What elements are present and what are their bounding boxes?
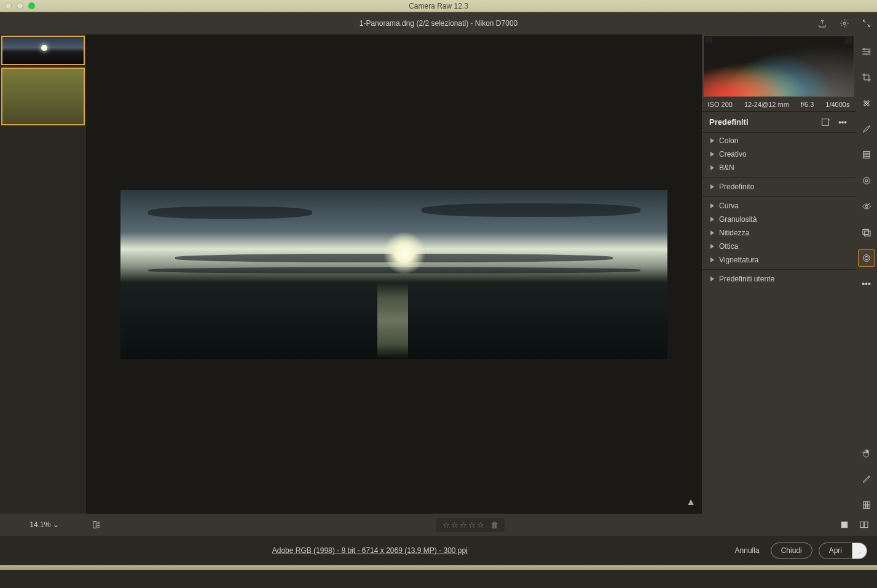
panel-title: Predefiniti [709, 117, 749, 127]
presets-tool-icon[interactable] [858, 249, 875, 267]
star-icon[interactable]: ☆ [468, 520, 476, 530]
svg-point-2 [863, 49, 865, 50]
settings-icon[interactable] [839, 18, 850, 29]
open-button[interactable]: Apri [819, 543, 852, 559]
heal-tool-icon[interactable] [858, 95, 875, 112]
shadow-clip-icon[interactable] [705, 37, 712, 44]
svg-rect-16 [93, 522, 96, 528]
grid-tool-icon[interactable] [858, 496, 875, 514]
exif-aperture: f/6.3 [801, 101, 814, 108]
preset-group-vignettatura[interactable]: Vignettatura [702, 253, 855, 267]
star-icon[interactable]: ☆ [451, 520, 458, 530]
preset-group-creativo[interactable]: Creativo [702, 147, 855, 161]
svg-rect-6 [863, 100, 869, 106]
histogram[interactable] [703, 36, 854, 97]
star-icon[interactable]: ☆ [442, 520, 450, 530]
disclosure-triangle-icon [710, 165, 714, 170]
panel-menu-icon[interactable]: ••• [837, 117, 848, 128]
preset-group-nitidezza[interactable]: Nitidezza [702, 226, 855, 240]
preset-group-granulosita[interactable]: Granulosità [702, 213, 855, 226]
svg-rect-15 [863, 502, 870, 509]
zoom-dropdown[interactable]: 14.1% ⌄ [5, 520, 84, 529]
rating-stars[interactable]: ☆ ☆ ☆ ☆ ☆ 🗑 [436, 518, 505, 532]
fullscreen-icon[interactable] [861, 18, 872, 29]
image-canvas[interactable]: ▲ [86, 34, 702, 514]
exif-bar: ISO 200 12-24@12 mm f/6.3 1/4000s [702, 97, 855, 112]
close-button[interactable]: Chiudi [771, 543, 812, 559]
highlight-clip-icon[interactable] [845, 37, 852, 44]
disclosure-triangle-icon [710, 244, 714, 249]
snapshot-tool-icon[interactable] [858, 224, 875, 241]
svg-rect-19 [865, 522, 868, 527]
star-icon[interactable]: ☆ [477, 520, 484, 530]
disclosure-triangle-icon [710, 257, 714, 262]
adjustments-panel: ISO 200 12-24@12 mm f/6.3 1/4000s Predef… [702, 34, 855, 514]
thumbnail-2[interactable] [1, 68, 85, 125]
svg-rect-5 [863, 100, 869, 106]
disclosure-triangle-icon [710, 217, 714, 222]
preset-list: Colori Creativo B&N Predefinito Curva Gr… [702, 133, 855, 287]
crop-tool-icon[interactable] [858, 69, 875, 86]
more-tools-icon[interactable]: ••• [858, 275, 875, 292]
gradient-tool-icon[interactable] [858, 146, 875, 163]
disclosure-triangle-icon [710, 230, 714, 235]
svg-point-9 [865, 179, 868, 182]
star-icon[interactable]: ☆ [460, 520, 467, 530]
chevron-down-icon: ⌄ [53, 520, 59, 529]
window-title: Camera Raw 12.3 [0, 2, 877, 10]
preset-group-utente[interactable]: Predefiniti utente [702, 272, 855, 286]
document-header: 1-Panorama.dng (2/2 selezionati) - Nikon… [0, 12, 877, 34]
redeye-tool-icon[interactable] [858, 198, 875, 215]
status-bar: 14.1% ⌄ ☆ ☆ ☆ ☆ ☆ 🗑 [0, 514, 877, 536]
filmstrip [0, 34, 86, 514]
svg-rect-12 [864, 231, 870, 236]
sampler-tool-icon[interactable] [858, 471, 875, 488]
workflow-link[interactable]: Adobe RGB (1998) - 8 bit - 6714 x 2069 (… [10, 546, 730, 555]
svg-point-3 [868, 51, 870, 53]
svg-point-14 [865, 256, 868, 259]
svg-rect-18 [860, 522, 863, 527]
preset-group-predefinito[interactable]: Predefinito [702, 180, 855, 194]
new-preset-icon[interactable] [820, 117, 831, 128]
preset-group-curva[interactable]: Curva [702, 199, 855, 213]
svg-point-4 [865, 53, 867, 55]
svg-point-0 [843, 22, 846, 25]
brush-tool-icon[interactable] [858, 120, 875, 138]
exif-iso: ISO 200 [708, 101, 733, 108]
open-dropdown-icon[interactable]: ⌄ [852, 543, 867, 559]
document-filename: 1-Panorama.dng (2/2 selezionati) - Nikon… [0, 19, 877, 28]
compare-view-icon[interactable] [859, 519, 870, 530]
svg-point-10 [865, 205, 868, 208]
disclosure-triangle-icon [710, 203, 714, 208]
svg-point-13 [863, 255, 870, 262]
trash-icon[interactable]: 🗑 [490, 520, 498, 530]
image-preview [120, 190, 667, 359]
edit-tool-icon[interactable] [858, 43, 875, 60]
disclosure-triangle-icon [710, 276, 714, 281]
tool-rail: ••• [855, 34, 877, 514]
svg-rect-11 [863, 229, 868, 234]
preset-group-colori[interactable]: Colori [702, 134, 855, 147]
svg-point-8 [863, 178, 870, 184]
thumbnail-1[interactable] [1, 36, 85, 65]
export-icon[interactable] [817, 18, 828, 29]
cancel-button[interactable]: Annulla [730, 543, 765, 558]
radial-tool-icon[interactable] [858, 172, 875, 189]
exif-lens: 12-24@12 mm [744, 101, 789, 108]
exif-shutter: 1/4000s [825, 101, 849, 108]
panel-header: Predefiniti ••• [702, 112, 855, 133]
footer: Adobe RGB (1998) - 8 bit - 6714 x 2069 (… [0, 536, 877, 565]
disclosure-triangle-icon [710, 152, 714, 157]
disclosure-triangle-icon [710, 138, 714, 143]
window-chrome-bottom [0, 565, 877, 570]
single-view-icon[interactable] [839, 519, 850, 530]
disclosure-triangle-icon [710, 184, 714, 189]
warning-icon[interactable]: ▲ [686, 496, 696, 508]
hand-tool-icon[interactable] [858, 445, 875, 462]
preset-group-bn[interactable]: B&N [702, 161, 855, 174]
fit-icon[interactable] [91, 519, 102, 530]
svg-rect-17 [841, 522, 847, 527]
window-titlebar: Camera Raw 12.3 [0, 0, 877, 12]
preset-group-ottica[interactable]: Ottica [702, 240, 855, 253]
svg-rect-1 [822, 119, 829, 125]
